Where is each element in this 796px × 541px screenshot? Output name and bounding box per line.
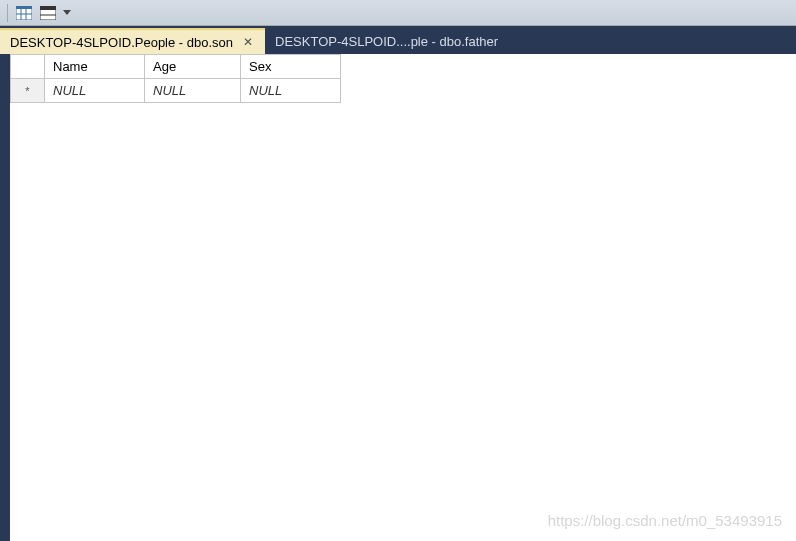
- tab-label: DESKTOP-4SLPOID.People - dbo.son: [10, 35, 233, 50]
- cell-age[interactable]: NULL: [145, 79, 241, 103]
- column-header-age[interactable]: Age: [145, 55, 241, 79]
- column-header-sex[interactable]: Sex: [241, 55, 341, 79]
- table-icon[interactable]: [37, 3, 59, 23]
- main-panel: Name Age Sex * NULL NULL NULL https://bl…: [10, 54, 796, 541]
- cell-sex[interactable]: NULL: [241, 79, 341, 103]
- tab-dbo-father[interactable]: DESKTOP-4SLPOID....ple - dbo.father: [265, 28, 508, 54]
- toolbar-separator: [7, 4, 8, 22]
- dropdown-arrow-icon[interactable]: [61, 3, 73, 23]
- svg-rect-1: [16, 6, 32, 9]
- cell-name[interactable]: NULL: [45, 79, 145, 103]
- tab-bar: DESKTOP-4SLPOID.People - dbo.son ✕ DESKT…: [0, 26, 796, 54]
- grid-icon[interactable]: [13, 3, 35, 23]
- data-grid[interactable]: Name Age Sex * NULL NULL NULL: [10, 54, 341, 103]
- left-gutter: [0, 54, 10, 541]
- content-area: Name Age Sex * NULL NULL NULL https://bl…: [0, 54, 796, 541]
- svg-rect-6: [40, 6, 56, 10]
- column-header-name[interactable]: Name: [45, 55, 145, 79]
- watermark: https://blog.csdn.net/m0_53493915: [548, 512, 782, 529]
- header-row: Name Age Sex: [11, 55, 341, 79]
- row-marker[interactable]: *: [11, 79, 45, 103]
- top-toolbar: [0, 0, 796, 26]
- tab-label: DESKTOP-4SLPOID....ple - dbo.father: [275, 34, 498, 49]
- tab-dbo-son[interactable]: DESKTOP-4SLPOID.People - dbo.son ✕: [0, 28, 265, 54]
- row-header-corner[interactable]: [11, 55, 45, 79]
- table-row[interactable]: * NULL NULL NULL: [11, 79, 341, 103]
- close-icon[interactable]: ✕: [241, 35, 255, 49]
